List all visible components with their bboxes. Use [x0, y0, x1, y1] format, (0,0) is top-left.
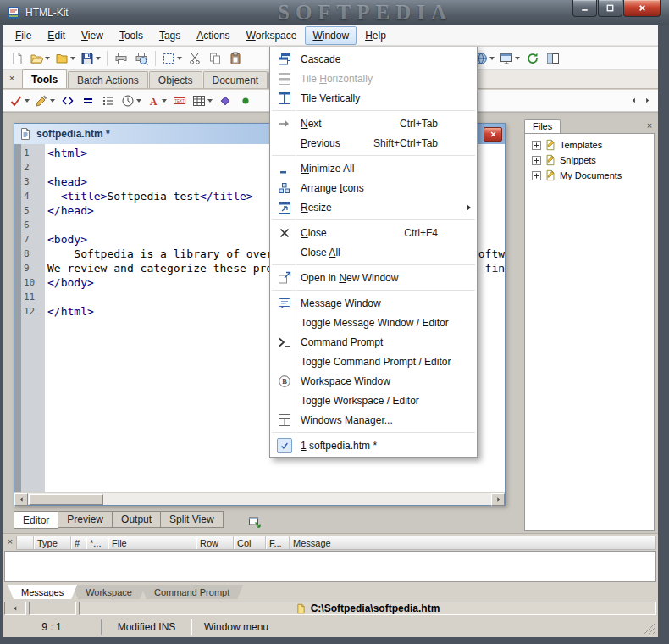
menu-window[interactable]: Window [305, 26, 357, 45]
column-[interactable]: # [71, 536, 86, 549]
text-red-button[interactable]: A [144, 92, 169, 110]
column-[interactable]: *... [86, 536, 108, 549]
menu-item-message-window[interactable]: Message Window [270, 293, 477, 313]
menu-item-cascade[interactable]: Cascade [270, 49, 477, 69]
dropdown-caret-icon[interactable] [70, 57, 75, 60]
menu-item-toggle-workspace-editor[interactable]: Toggle Workspace / Editor [270, 391, 477, 410]
diamond-button[interactable] [215, 92, 235, 110]
close-button[interactable] [623, 0, 661, 17]
menu-actions[interactable]: Actions [189, 26, 237, 45]
tree-item-my-documents[interactable]: My Documents [527, 168, 652, 183]
dropdown-caret-icon[interactable] [177, 57, 182, 60]
browser-window-button[interactable] [497, 49, 522, 68]
print-preview-button[interactable] [131, 49, 152, 68]
scroll-right-button[interactable] [491, 493, 505, 506]
scrollbar-thumb[interactable] [29, 494, 103, 505]
menu-item-windows-manager[interactable]: Windows Manager... [270, 410, 477, 430]
menu-item-previous[interactable]: PreviousShift+Ctrl+Tab [270, 133, 477, 153]
scroll-left-button[interactable] [14, 493, 28, 506]
cut-button[interactable] [185, 49, 205, 68]
tree-item-snippets[interactable]: Snippets [527, 153, 652, 168]
column-f[interactable]: F... [266, 536, 290, 549]
tab-split-view[interactable]: Split View [160, 511, 223, 528]
open-folder-button[interactable] [53, 49, 78, 68]
dropdown-caret-icon[interactable] [162, 99, 167, 103]
menu-tags[interactable]: Tags [152, 26, 188, 45]
menu-item-arrange-icons[interactable]: Arrange Icons [270, 178, 477, 197]
tab-tools[interactable]: Tools [22, 69, 67, 88]
tab-document[interactable]: Document [203, 71, 268, 88]
menu-item-resize[interactable]: Resize [270, 197, 477, 217]
paste-special-button[interactable] [159, 49, 185, 68]
minimize-button[interactable] [572, 0, 597, 17]
messages-close-icon[interactable]: × [5, 537, 15, 547]
refresh-button[interactable] [522, 49, 543, 68]
expand-icon[interactable] [532, 141, 541, 150]
copy-button[interactable] [205, 49, 225, 68]
maximize-button[interactable] [598, 0, 622, 17]
tree-item-templates[interactable]: Templates [527, 137, 652, 153]
expand-icon[interactable] [532, 171, 541, 180]
text-stamp-button[interactable]: TEXT [169, 92, 190, 110]
titlebar[interactable]: HTML-Kit SOFTPEDIA [0, 0, 669, 25]
open-file-button[interactable] [27, 49, 53, 68]
menu-file[interactable]: File [8, 26, 39, 45]
menu-edit[interactable]: Edit [40, 26, 73, 45]
dropdown-caret-icon[interactable] [515, 57, 520, 60]
tab-editor[interactable]: Editor [14, 511, 58, 529]
dropdown-caret-icon[interactable] [96, 57, 101, 60]
tab-workspace[interactable]: Workspace [72, 585, 146, 599]
table-grid-button[interactable] [190, 92, 215, 110]
equals-button[interactable] [78, 92, 98, 110]
menu-item-open-in-new-window[interactable]: Open in New Window [270, 268, 477, 287]
dropdown-caret-icon[interactable] [207, 99, 213, 103]
menu-item-toggle-command-prompt-editor[interactable]: Toggle Command Prompt / Editor [270, 352, 477, 371]
resize-grip[interactable] [644, 623, 656, 636]
menu-item-command-prompt[interactable]: Command Prompt [270, 332, 477, 352]
bullet-green-button[interactable] [235, 92, 256, 110]
column-col[interactable]: Col [234, 536, 266, 549]
dropdown-caret-icon[interactable] [25, 99, 30, 103]
split-panel-button[interactable] [543, 49, 563, 68]
tab-output[interactable]: Output [112, 511, 161, 528]
format-brush-button[interactable] [32, 92, 58, 110]
files-panel-close-icon[interactable]: × [644, 121, 655, 130]
tab-files[interactable]: Files [524, 119, 561, 133]
code-tags-button[interactable] [58, 92, 78, 110]
menu-help[interactable]: Help [357, 26, 394, 45]
overflow-left-button[interactable] [628, 93, 640, 108]
column-file[interactable]: File [108, 536, 196, 549]
column-message[interactable]: Message [290, 536, 655, 549]
menu-item-toggle-message-window-editor[interactable]: Toggle Message Window / Editor [270, 313, 477, 332]
toolbar-close-icon[interactable]: × [6, 73, 18, 85]
new-document-button[interactable] [7, 49, 27, 68]
horizontal-scrollbar[interactable] [14, 492, 505, 505]
column-row[interactable]: Row [196, 536, 234, 549]
paste-button[interactable] [225, 49, 246, 68]
menu-item-1-softpedia-htm[interactable]: 1 softpedia.htm * [270, 436, 477, 455]
menu-workspace[interactable]: Workspace [239, 26, 305, 45]
menu-item-next[interactable]: NextCtrl+Tab [270, 114, 477, 133]
print-button[interactable] [111, 49, 131, 68]
dropdown-caret-icon[interactable] [136, 99, 141, 103]
menu-item-minimize-all[interactable]: Minimize All [270, 158, 477, 178]
expand-icon[interactable] [532, 156, 541, 165]
menu-item-close-all[interactable]: Close All [270, 242, 477, 262]
clock-button[interactable] [119, 92, 144, 110]
menu-item-workspace-window[interactable]: BWorkspace Window [270, 371, 477, 391]
menu-item-close[interactable]: CloseCtrl+F4 [270, 223, 477, 242]
tab-messages[interactable]: Messages [8, 585, 77, 599]
menu-item-tile-vertically[interactable]: Tile Vertically [270, 88, 477, 108]
menu-tools[interactable]: Tools [112, 26, 151, 45]
open-in-new-window-button[interactable] [245, 513, 265, 531]
messages-list[interactable] [4, 551, 656, 582]
column-type[interactable]: Type [34, 536, 71, 549]
list-bullets-button[interactable] [98, 92, 119, 110]
overflow-right-button[interactable] [641, 93, 654, 108]
spell-check-button[interactable] [7, 92, 32, 110]
dropdown-caret-icon[interactable] [489, 57, 495, 60]
save-button[interactable] [78, 49, 103, 68]
dropdown-caret-icon[interactable] [45, 57, 50, 60]
tab-objects[interactable]: Objects [149, 71, 202, 88]
tab-preview[interactable]: Preview [58, 511, 113, 528]
